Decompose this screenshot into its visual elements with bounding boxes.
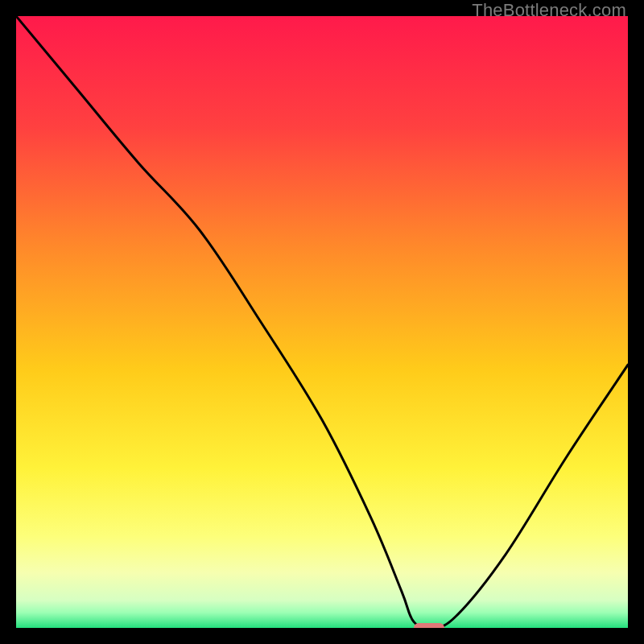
bottleneck-curve	[16, 16, 628, 628]
chart-frame: TheBottleneck.com	[0, 0, 644, 644]
optimal-marker	[414, 623, 444, 628]
plot-area	[16, 16, 628, 628]
